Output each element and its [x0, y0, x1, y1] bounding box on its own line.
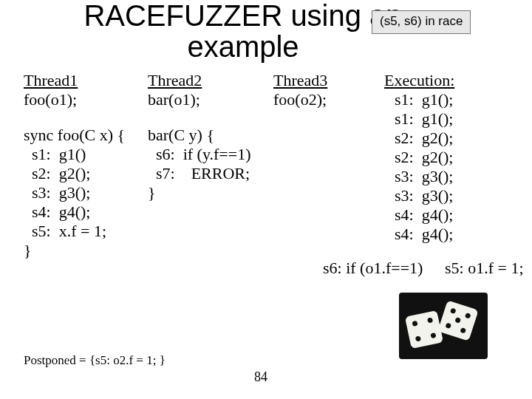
execution-header: Execution: — [384, 71, 454, 90]
slide: RACEFUZZER using an example (s5, s6) in … — [0, 0, 532, 399]
thread3-header: Thread3 — [273, 71, 327, 90]
execution-block: Execution: s1: g1(); s1: g1(); s2: g2();… — [384, 71, 454, 244]
race-right: s5: o1.f = 1; — [445, 259, 524, 278]
slide-title: RACEFUZZER using an example — [69, 0, 417, 62]
dice-image — [399, 293, 488, 359]
thread3-block: Thread3 foo(o2); — [273, 71, 327, 109]
thread3-call: foo(o2); — [273, 90, 327, 109]
thread2-call: bar(o1); — [148, 90, 202, 109]
bar-code: bar(C y) { s6: if (y.f==1) s7: ERROR; } — [148, 126, 250, 202]
race-badge: (s5, s6) in race — [372, 10, 471, 34]
postponed-set: Postponed = {s5: o2.f = 1; } — [24, 353, 166, 368]
page-number: 84 — [254, 369, 267, 385]
title-line-1: RACEFUZZER using an — [83, 0, 402, 32]
thread1-call: foo(o1); — [24, 90, 78, 109]
execution-trace: s1: g1(); s1: g1(); s2: g2(); s2: g2(); … — [395, 90, 454, 244]
title-line-2: example — [187, 30, 299, 63]
thread2-header: Thread2 — [148, 71, 202, 90]
thread2-block: Thread2 bar(o1); — [148, 71, 202, 109]
foo-code: sync foo(C x) { s1: g1() s2: g2(); s3: g… — [24, 126, 125, 260]
thread1-block: Thread1 foo(o1); — [24, 71, 78, 109]
thread1-header: Thread1 — [24, 71, 78, 90]
race-left: s6: if (o1.f==1) — [323, 259, 423, 278]
